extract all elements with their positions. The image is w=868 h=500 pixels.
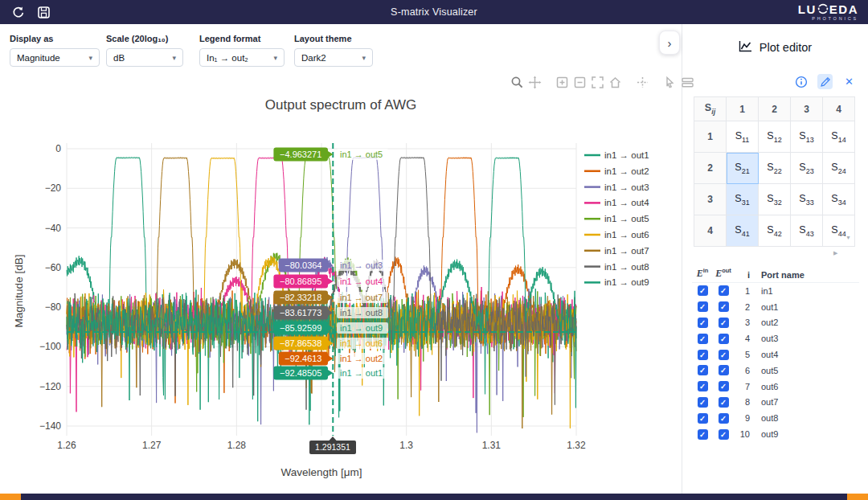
port-row-out4: ✓✓5out4 — [692, 346, 859, 363]
scale-select[interactable]: dB ▾ — [106, 48, 183, 67]
e-out-checkbox-out4[interactable]: ✓ — [719, 350, 729, 360]
pan-icon[interactable] — [528, 76, 542, 89]
matrix-cell-S21[interactable]: S21 — [727, 153, 759, 184]
legend-format-value: In₁ → out₂ — [207, 53, 248, 63]
port-index: 6 — [734, 366, 753, 375]
e-in-checkbox-out7[interactable]: ✓ — [698, 397, 708, 408]
port-name: out4 — [753, 350, 778, 359]
legend-item-9[interactable]: in1 → out9 — [584, 277, 649, 287]
plot-editor-sidebar: Plot editor ✕ Sij12341S11S12S13S142S21S2… — [682, 24, 868, 494]
legend-item-8[interactable]: in1 → out8 — [584, 262, 649, 272]
e-out-checkbox-out9[interactable]: ✓ — [719, 429, 729, 440]
footer-bar — [0, 494, 868, 500]
edit-icon[interactable] — [817, 74, 833, 89]
svg-text:in1 → out5: in1 → out5 — [340, 150, 383, 159]
matrix-col-header-4: 4 — [823, 97, 855, 121]
e-out-checkbox-in1[interactable]: ✓ — [719, 285, 729, 296]
svg-text:−140: −140 — [39, 420, 61, 432]
autoscale-icon[interactable] — [591, 76, 604, 89]
matrix-cell-S24[interactable]: S24 — [823, 153, 855, 184]
legend-item-4[interactable]: in1 → out4 — [584, 198, 649, 207]
save-icon[interactable] — [35, 4, 51, 20]
e-out-checkbox-out3[interactable]: ✓ — [719, 334, 729, 344]
matrix-cell-S44[interactable]: S44 — [823, 215, 855, 247]
legend-item-7[interactable]: in1 → out7 — [584, 246, 649, 256]
spectrum-chart[interactable]: 1.261.271.281.291.31.311.320−20−40−60−80… — [0, 24, 682, 494]
port-index: 2 — [734, 302, 753, 312]
zoom-in-icon[interactable] — [555, 76, 569, 89]
svg-text:in1 → out7: in1 → out7 — [340, 293, 383, 302]
matrix-cell-S34[interactable]: S34 — [823, 184, 855, 215]
layout-theme-select[interactable]: Dark2 ▾ — [294, 48, 373, 67]
e-in-checkbox-out1[interactable]: ✓ — [698, 301, 708, 312]
spikelines-icon[interactable] — [636, 76, 649, 89]
port-index: 9 — [734, 413, 753, 423]
plot-modebar — [510, 76, 694, 89]
matrix-cell-S31[interactable]: S31 — [727, 184, 759, 215]
display-as-select[interactable]: Magnitude ▾ — [10, 48, 100, 67]
info-icon[interactable] — [793, 74, 809, 89]
matrix-cell-S12[interactable]: S12 — [759, 121, 791, 153]
svg-text:−120: −120 — [39, 381, 61, 392]
svg-text:−40: −40 — [45, 223, 62, 234]
matrix-cell-S42[interactable]: S42 — [759, 215, 791, 247]
port-index: 1 — [734, 286, 753, 296]
matrix-cell-S22[interactable]: S22 — [759, 153, 791, 184]
close-icon[interactable]: ✕ — [841, 74, 857, 89]
e-out-checkbox-out1[interactable]: ✓ — [719, 301, 729, 312]
sidebar-collapse-button[interactable]: › — [659, 31, 680, 55]
port-name: out1 — [753, 302, 778, 312]
matrix-cell-S14[interactable]: S14 — [823, 121, 855, 153]
matrix-row-header-3: 3 — [694, 184, 727, 215]
matrix-cell-S33[interactable]: S33 — [791, 184, 823, 215]
brand-subtitle: PHOTONICS — [798, 17, 858, 22]
hover-closest-icon[interactable] — [663, 76, 677, 89]
svg-text:−4.963271: −4.963271 — [280, 150, 321, 159]
e-out-checkbox-out7[interactable]: ✓ — [719, 397, 729, 408]
y-axis-ticks: 0−20−40−60−80−100−120−140 — [39, 143, 61, 432]
plot-editor-tools: ✕ — [793, 74, 857, 89]
app-title: S-matrix Visualizer — [391, 6, 477, 18]
matrix-cell-S43[interactable]: S43 — [791, 215, 823, 247]
matrix-cell-S13[interactable]: S13 — [791, 121, 823, 153]
hover-compare-icon[interactable] — [681, 76, 694, 89]
scale-control: Scale (20log₁₀) dB ▾ — [106, 34, 183, 67]
reset-axes-icon[interactable] — [608, 76, 622, 89]
e-out-checkbox-out2[interactable]: ✓ — [719, 318, 729, 328]
e-in-checkbox-out3[interactable]: ✓ — [698, 334, 708, 344]
matrix-cell-S41[interactable]: S41 — [727, 215, 759, 247]
e-in-checkbox-out9[interactable]: ✓ — [698, 429, 708, 440]
zoom-out-icon[interactable] — [573, 76, 587, 89]
port-index: 5 — [734, 350, 753, 359]
port-table: Ein Eout i Port name ✓✓1in1✓✓2out1✓✓3out… — [692, 265, 859, 442]
zoom-icon[interactable] — [510, 76, 524, 89]
e-in-checkbox-out4[interactable]: ✓ — [698, 350, 708, 360]
svg-text:in1 → out6: in1 → out6 — [340, 338, 383, 348]
svg-text:in1 → out9: in1 → out9 — [340, 323, 383, 333]
e-in-checkbox-out6[interactable]: ✓ — [698, 381, 708, 391]
matrix-cell-S11[interactable]: S11 — [727, 121, 759, 153]
e-in-checkbox-out8[interactable]: ✓ — [698, 413, 708, 424]
legend-item-3[interactable]: in1 → out3 — [584, 182, 649, 192]
matrix-scroll-right-icon[interactable]: ▶ — [833, 250, 837, 256]
reset-icon[interactable] — [10, 4, 26, 20]
legend-format-label: Legend format — [199, 34, 285, 43]
e-out-checkbox-out8[interactable]: ✓ — [719, 413, 729, 424]
scale-label: Scale (20log₁₀) — [106, 34, 183, 43]
e-out-checkbox-out5[interactable]: ✓ — [719, 365, 729, 375]
e-in-checkbox-in1[interactable]: ✓ — [698, 285, 708, 296]
e-in-checkbox-out2[interactable]: ✓ — [698, 318, 708, 328]
display-as-control: Display as Magnitude ▾ — [10, 34, 100, 67]
matrix-cell-S32[interactable]: S32 — [759, 184, 791, 215]
x-axis-title: Wavelength [μm] — [280, 466, 362, 478]
e-in-checkbox-out5[interactable]: ✓ — [698, 365, 708, 375]
e-out-checkbox-out6[interactable]: ✓ — [719, 381, 729, 391]
matrix-cell-S23[interactable]: S23 — [791, 153, 823, 184]
legend-item-6[interactable]: in1 → out6 — [584, 230, 649, 240]
legend-format-select[interactable]: In₁ → out₂ ▾ — [199, 48, 285, 67]
legend-item-1[interactable]: in1 → out1 — [584, 150, 649, 160]
legend-item-5[interactable]: in1 → out5 — [584, 214, 649, 223]
legend-item-2[interactable]: in1 → out2 — [584, 166, 649, 176]
matrix-scroll-down-icon[interactable]: ▼ — [845, 235, 851, 240]
scale-value: dB — [113, 53, 125, 63]
